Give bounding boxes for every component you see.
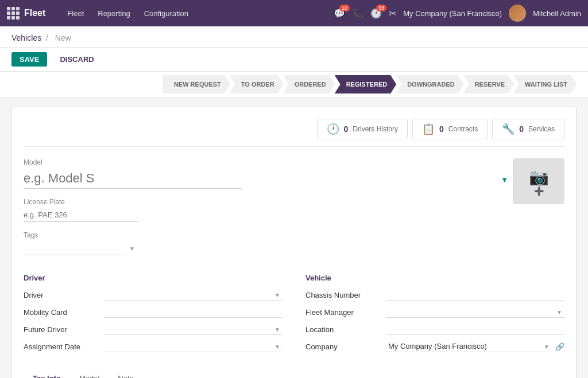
vehicle-section-header: Vehicle bbox=[305, 274, 564, 282]
driver-field-input-wrap-2: ▼ bbox=[104, 324, 283, 335]
clock-icon[interactable]: 🕐38 bbox=[370, 8, 382, 19]
vehicle-field-input-wrap-0 bbox=[386, 289, 564, 301]
form-card: 🕐 0 Drivers History 📋 0 Contracts 🔧 0 Se… bbox=[11, 107, 577, 378]
tags-group: Tags ▼ bbox=[24, 231, 513, 255]
driver-field-input-3[interactable] bbox=[104, 341, 283, 352]
user-name: Mitchell Admin bbox=[533, 9, 581, 18]
vehicle-arrow-1: ▼ bbox=[556, 309, 562, 315]
tags-label: Tags bbox=[24, 231, 513, 239]
smart-btn-label-0: Drivers History bbox=[353, 125, 398, 133]
logo-area[interactable]: Fleet bbox=[7, 7, 55, 20]
clock-badge: 38 bbox=[376, 5, 386, 11]
phone-icon[interactable]: 📞 bbox=[352, 8, 363, 19]
license-plate-group: License Plate bbox=[24, 198, 513, 222]
driver-field-row-3: Assignment Date ▼ bbox=[24, 341, 283, 352]
status-bar: NEW REQUESTTO ORDERORDEREDREGISTEREDDOWN… bbox=[0, 72, 588, 98]
main-content: 🕐 0 Drivers History 📋 0 Contracts 🔧 0 Se… bbox=[0, 98, 588, 378]
status-step-4[interactable]: DOWNGRADED bbox=[396, 75, 464, 93]
field-arrow-3: ▼ bbox=[274, 344, 280, 350]
vehicle-field-label-1: Fleet Manager bbox=[305, 308, 386, 317]
status-step-2[interactable]: ORDERED bbox=[283, 75, 335, 93]
vehicle-field-label-0: Chassis Number bbox=[305, 291, 386, 299]
vehicle-field-label-3: Company bbox=[305, 342, 386, 351]
tab-tax-info[interactable]: Tax Info bbox=[24, 369, 70, 378]
vehicle-field-label-2: Location bbox=[305, 325, 386, 334]
bottom-tabs: Tax InfoModelNote bbox=[24, 369, 564, 378]
tab-note[interactable]: Note bbox=[109, 369, 142, 378]
toolbar: SAVE DISCARD bbox=[0, 48, 588, 72]
breadcrumb-bar: Vehicles / New bbox=[0, 26, 588, 48]
external-link-3[interactable]: 🔗 bbox=[555, 342, 564, 351]
smart-btn-count-1: 0 bbox=[439, 124, 444, 134]
driver-field-label-2: Future Driver bbox=[24, 325, 104, 334]
vehicle-field-input-1[interactable] bbox=[386, 306, 564, 318]
model-input[interactable] bbox=[24, 169, 242, 189]
status-step-0[interactable]: NEW REQUEST bbox=[163, 75, 230, 93]
discard-button[interactable]: DISCARD bbox=[52, 52, 102, 67]
breadcrumb: Vehicles / New bbox=[11, 33, 577, 42]
settings-icon[interactable]: ✂ bbox=[389, 8, 396, 19]
driver-field-input-1[interactable] bbox=[104, 306, 283, 318]
vehicle-field-input-2[interactable] bbox=[386, 324, 564, 335]
notifications-badge: 10 bbox=[339, 5, 350, 11]
vehicle-field-input-3[interactable] bbox=[386, 341, 552, 352]
license-plate-input[interactable] bbox=[24, 208, 138, 222]
status-step-5[interactable]: RESERVE bbox=[463, 75, 514, 93]
vehicle-field-row-2: Location bbox=[305, 324, 564, 335]
vehicle-field-row-3: Company ▼ 🔗 bbox=[305, 341, 564, 352]
driver-field-label-0: Driver bbox=[24, 291, 104, 299]
status-step-1[interactable]: TO ORDER bbox=[230, 75, 284, 93]
driver-field-label-3: Assignment Date bbox=[24, 342, 104, 351]
smart-btn-count-0: 0 bbox=[344, 124, 349, 134]
nav-reporting[interactable]: Reporting bbox=[92, 0, 136, 26]
tags-input[interactable] bbox=[24, 241, 127, 255]
tags-arrow: ▼ bbox=[129, 245, 135, 252]
driver-field-input-wrap-0: ▼ bbox=[104, 289, 283, 301]
smart-btn-icon-1: 📋 bbox=[422, 123, 435, 135]
breadcrumb-parent[interactable]: Vehicles bbox=[11, 33, 41, 42]
model-label: Model bbox=[24, 158, 513, 166]
status-step-6[interactable]: WAITING LIST bbox=[513, 75, 577, 93]
smart-btn-drivers-history[interactable]: 🕐 0 Drivers History bbox=[317, 119, 408, 139]
smart-btn-label-1: Contracts bbox=[448, 125, 478, 133]
save-button[interactable]: SAVE bbox=[11, 52, 47, 67]
nav-fleet[interactable]: Fleet bbox=[61, 0, 90, 26]
driver-field-input-wrap-1 bbox=[104, 306, 283, 318]
driver-section: Driver Driver ▼ Mobility Card Future Dri… bbox=[24, 269, 283, 358]
company-name: My Company (San Francisco) bbox=[403, 9, 502, 18]
license-plate-label: License Plate bbox=[24, 198, 513, 206]
vehicle-field-input-wrap-2 bbox=[386, 324, 564, 335]
avatar[interactable] bbox=[509, 5, 526, 22]
driver-field-input-2[interactable] bbox=[104, 324, 283, 335]
smart-btn-count-2: 0 bbox=[519, 124, 524, 134]
breadcrumb-current: New bbox=[55, 33, 71, 42]
driver-field-label-1: Mobility Card bbox=[24, 308, 104, 317]
vehicle-field-row-1: Fleet Manager ▼ bbox=[305, 306, 564, 318]
notifications-icon[interactable]: 💬10 bbox=[334, 8, 345, 19]
smart-btn-icon-2: 🔧 bbox=[502, 123, 514, 135]
photo-upload[interactable]: 📷 ➕ bbox=[513, 158, 564, 204]
field-arrow-0: ▼ bbox=[274, 292, 280, 298]
status-steps: NEW REQUESTTO ORDERORDEREDREGISTEREDDOWN… bbox=[163, 75, 577, 93]
driver-field-input-wrap-3: ▼ bbox=[104, 341, 283, 352]
two-col-section: Driver Driver ▼ Mobility Card Future Dri… bbox=[24, 269, 564, 358]
model-group: Model ▼ bbox=[24, 158, 513, 189]
tab-model[interactable]: Model bbox=[70, 369, 109, 378]
smart-btn-contracts[interactable]: 📋 0 Contracts bbox=[412, 119, 488, 139]
grid-icon bbox=[7, 7, 20, 20]
driver-field-row-0: Driver ▼ bbox=[24, 289, 283, 301]
field-arrow-2: ▼ bbox=[274, 326, 280, 333]
vehicle-section: Vehicle Chassis Number Fleet Manager ▼ L… bbox=[305, 269, 564, 358]
vehicle-arrow-3: ▼ bbox=[544, 344, 550, 350]
driver-section-header: Driver bbox=[24, 274, 283, 282]
driver-field-input-0[interactable] bbox=[104, 289, 283, 301]
nav-configuration[interactable]: Configuration bbox=[138, 0, 194, 26]
vehicle-field-input-0[interactable] bbox=[386, 289, 564, 301]
driver-field-row-2: Future Driver ▼ bbox=[24, 324, 283, 335]
status-step-3[interactable]: REGISTERED bbox=[335, 75, 397, 93]
smart-btn-services[interactable]: 🔧 0 Services bbox=[492, 119, 564, 139]
driver-field-row-1: Mobility Card bbox=[24, 306, 283, 318]
vehicle-field-input-wrap-3: ▼ bbox=[386, 341, 552, 352]
top-nav: Fleet Fleet Reporting Configuration 💬10 … bbox=[0, 0, 588, 26]
smart-btn-label-2: Services bbox=[528, 125, 555, 133]
